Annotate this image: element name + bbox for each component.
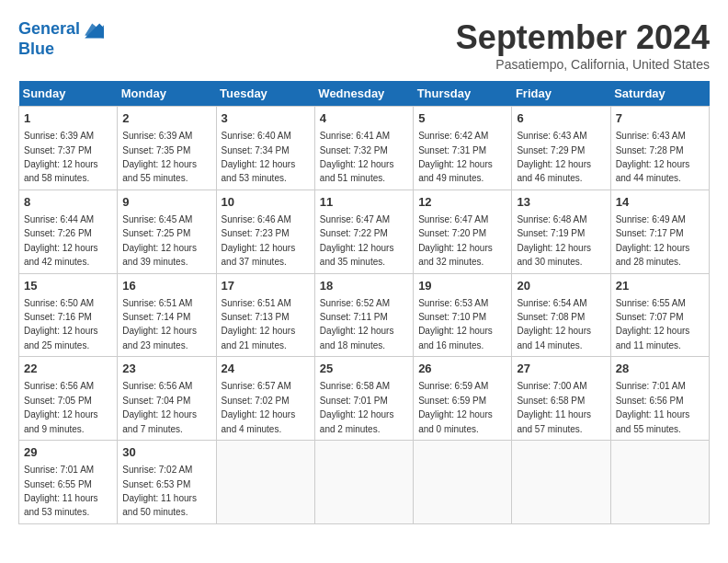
day-info: Sunrise: 6:53 AMSunset: 7:10 PMDaylight:… xyxy=(418,298,493,350)
day-number: 15 xyxy=(24,278,112,294)
week-row-4: 22Sunrise: 6:56 AMSunset: 7:05 PMDayligh… xyxy=(19,357,710,441)
day-number: 28 xyxy=(616,361,704,377)
day-number: 30 xyxy=(122,444,210,461)
day-info: Sunrise: 6:59 AMSunset: 6:59 PMDaylight:… xyxy=(418,381,493,433)
day-number: 24 xyxy=(222,361,310,377)
day-number: 22 xyxy=(24,361,112,377)
day-number: 27 xyxy=(517,361,605,377)
calendar-cell: 29Sunrise: 7:01 AMSunset: 6:55 PMDayligh… xyxy=(19,441,118,524)
calendar-cell: 26Sunrise: 6:59 AMSunset: 6:59 PMDayligh… xyxy=(414,357,512,441)
day-number: 12 xyxy=(418,194,506,211)
day-number: 14 xyxy=(616,194,704,211)
location: Pasatiempo, California, United States xyxy=(456,57,710,72)
day-info: Sunrise: 6:41 AMSunset: 7:32 PMDaylight:… xyxy=(320,131,394,183)
day-number: 4 xyxy=(320,110,408,127)
day-number: 29 xyxy=(24,444,112,461)
day-number: 7 xyxy=(616,110,704,127)
day-number: 5 xyxy=(418,110,506,127)
day-info: Sunrise: 6:56 AMSunset: 7:05 PMDaylight:… xyxy=(24,381,98,433)
day-number: 23 xyxy=(122,361,210,377)
day-info: Sunrise: 6:58 AMSunset: 7:01 PMDaylight:… xyxy=(320,381,394,433)
day-number: 2 xyxy=(122,110,210,127)
calendar-cell: 3Sunrise: 6:40 AMSunset: 7:34 PMDaylight… xyxy=(216,107,314,190)
day-number: 1 xyxy=(24,110,112,127)
day-info: Sunrise: 6:39 AMSunset: 7:35 PMDaylight:… xyxy=(122,131,197,183)
calendar-cell: 22Sunrise: 6:56 AMSunset: 7:05 PMDayligh… xyxy=(19,357,118,441)
calendar-cell: 5Sunrise: 6:42 AMSunset: 7:31 PMDaylight… xyxy=(414,107,512,190)
day-info: Sunrise: 6:48 AMSunset: 7:19 PMDaylight:… xyxy=(517,214,591,267)
calendar-cell: 1Sunrise: 6:39 AMSunset: 7:37 PMDaylight… xyxy=(19,107,118,190)
calendar-cell: 19Sunrise: 6:53 AMSunset: 7:10 PMDayligh… xyxy=(414,273,512,357)
calendar-header-row: SundayMondayTuesdayWednesdayThursdayFrid… xyxy=(19,81,710,107)
calendar-cell: 2Sunrise: 6:39 AMSunset: 7:35 PMDaylight… xyxy=(118,107,216,190)
day-info: Sunrise: 6:40 AMSunset: 7:34 PMDaylight:… xyxy=(222,131,296,183)
calendar-cell: 6Sunrise: 6:43 AMSunset: 7:29 PMDaylight… xyxy=(512,107,610,190)
day-number: 25 xyxy=(320,361,408,377)
calendar-cell: 30Sunrise: 7:02 AMSunset: 6:53 PMDayligh… xyxy=(118,441,216,524)
day-info: Sunrise: 6:55 AMSunset: 7:07 PMDaylight:… xyxy=(616,298,690,350)
day-info: Sunrise: 6:47 AMSunset: 7:20 PMDaylight:… xyxy=(418,214,493,267)
day-info: Sunrise: 6:46 AMSunset: 7:23 PMDaylight:… xyxy=(222,214,296,267)
day-number: 20 xyxy=(517,278,605,294)
day-info: Sunrise: 6:51 AMSunset: 7:13 PMDaylight:… xyxy=(222,298,296,350)
day-info: Sunrise: 7:01 AMSunset: 6:56 PMDaylight:… xyxy=(616,381,690,433)
day-info: Sunrise: 6:49 AMSunset: 7:17 PMDaylight:… xyxy=(616,214,690,267)
logo: General Blue xyxy=(18,18,104,59)
week-row-3: 15Sunrise: 6:50 AMSunset: 7:16 PMDayligh… xyxy=(19,273,710,357)
header-thursday: Thursday xyxy=(414,81,512,107)
calendar-cell: 8Sunrise: 6:44 AMSunset: 7:26 PMDaylight… xyxy=(19,190,118,273)
day-number: 9 xyxy=(122,194,210,211)
calendar-table: SundayMondayTuesdayWednesdayThursdayFrid… xyxy=(18,81,710,524)
logo-text: General xyxy=(18,20,80,39)
day-number: 6 xyxy=(517,110,605,127)
day-info: Sunrise: 6:51 AMSunset: 7:14 PMDaylight:… xyxy=(122,298,197,350)
header-sunday: Sunday xyxy=(19,81,118,107)
calendar-cell: 21Sunrise: 6:55 AMSunset: 7:07 PMDayligh… xyxy=(610,273,709,357)
calendar-cell xyxy=(414,441,512,524)
day-info: Sunrise: 6:50 AMSunset: 7:16 PMDaylight:… xyxy=(24,298,98,350)
month-title: September 2024 xyxy=(456,18,710,57)
calendar-cell xyxy=(216,441,314,524)
header-tuesday: Tuesday xyxy=(216,81,314,107)
calendar-cell: 12Sunrise: 6:47 AMSunset: 7:20 PMDayligh… xyxy=(414,190,512,273)
page-header: General Blue September 2024 Pasatiempo, … xyxy=(18,18,710,72)
day-info: Sunrise: 6:43 AMSunset: 7:28 PMDaylight:… xyxy=(616,131,690,183)
calendar-cell: 20Sunrise: 6:54 AMSunset: 7:08 PMDayligh… xyxy=(512,273,610,357)
logo-icon xyxy=(82,18,104,40)
day-info: Sunrise: 6:57 AMSunset: 7:02 PMDaylight:… xyxy=(222,381,296,433)
calendar-cell: 18Sunrise: 6:52 AMSunset: 7:11 PMDayligh… xyxy=(314,273,413,357)
week-row-2: 8Sunrise: 6:44 AMSunset: 7:26 PMDaylight… xyxy=(19,190,710,273)
day-number: 17 xyxy=(222,278,310,294)
header-friday: Friday xyxy=(512,81,610,107)
calendar-cell: 13Sunrise: 6:48 AMSunset: 7:19 PMDayligh… xyxy=(512,190,610,273)
day-number: 10 xyxy=(222,194,310,211)
day-info: Sunrise: 6:39 AMSunset: 7:37 PMDaylight:… xyxy=(24,131,98,183)
calendar-cell xyxy=(314,441,413,524)
calendar-cell: 7Sunrise: 6:43 AMSunset: 7:28 PMDaylight… xyxy=(610,107,709,190)
calendar-cell xyxy=(512,441,610,524)
calendar-cell: 9Sunrise: 6:45 AMSunset: 7:25 PMDaylight… xyxy=(118,190,216,273)
calendar-cell: 10Sunrise: 6:46 AMSunset: 7:23 PMDayligh… xyxy=(216,190,314,273)
week-row-1: 1Sunrise: 6:39 AMSunset: 7:37 PMDaylight… xyxy=(19,107,710,190)
header-monday: Monday xyxy=(118,81,216,107)
calendar-cell: 28Sunrise: 7:01 AMSunset: 6:56 PMDayligh… xyxy=(610,357,709,441)
calendar-cell: 27Sunrise: 7:00 AMSunset: 6:58 PMDayligh… xyxy=(512,357,610,441)
day-info: Sunrise: 6:43 AMSunset: 7:29 PMDaylight:… xyxy=(517,131,591,183)
day-info: Sunrise: 7:01 AMSunset: 6:55 PMDaylight:… xyxy=(24,465,98,517)
day-info: Sunrise: 6:42 AMSunset: 7:31 PMDaylight:… xyxy=(418,131,493,183)
day-number: 26 xyxy=(418,361,506,377)
calendar-cell: 17Sunrise: 6:51 AMSunset: 7:13 PMDayligh… xyxy=(216,273,314,357)
day-number: 3 xyxy=(222,110,310,127)
calendar-cell: 16Sunrise: 6:51 AMSunset: 7:14 PMDayligh… xyxy=(118,273,216,357)
calendar-cell: 4Sunrise: 6:41 AMSunset: 7:32 PMDaylight… xyxy=(314,107,413,190)
day-number: 19 xyxy=(418,278,506,294)
header-wednesday: Wednesday xyxy=(314,81,413,107)
day-info: Sunrise: 6:47 AMSunset: 7:22 PMDaylight:… xyxy=(320,214,394,267)
day-info: Sunrise: 6:44 AMSunset: 7:26 PMDaylight:… xyxy=(24,214,98,267)
calendar-cell: 15Sunrise: 6:50 AMSunset: 7:16 PMDayligh… xyxy=(19,273,118,357)
day-number: 18 xyxy=(320,278,408,294)
day-number: 16 xyxy=(122,278,210,294)
header-saturday: Saturday xyxy=(610,81,709,107)
calendar-cell: 24Sunrise: 6:57 AMSunset: 7:02 PMDayligh… xyxy=(216,357,314,441)
day-info: Sunrise: 7:02 AMSunset: 6:53 PMDaylight:… xyxy=(122,465,197,517)
